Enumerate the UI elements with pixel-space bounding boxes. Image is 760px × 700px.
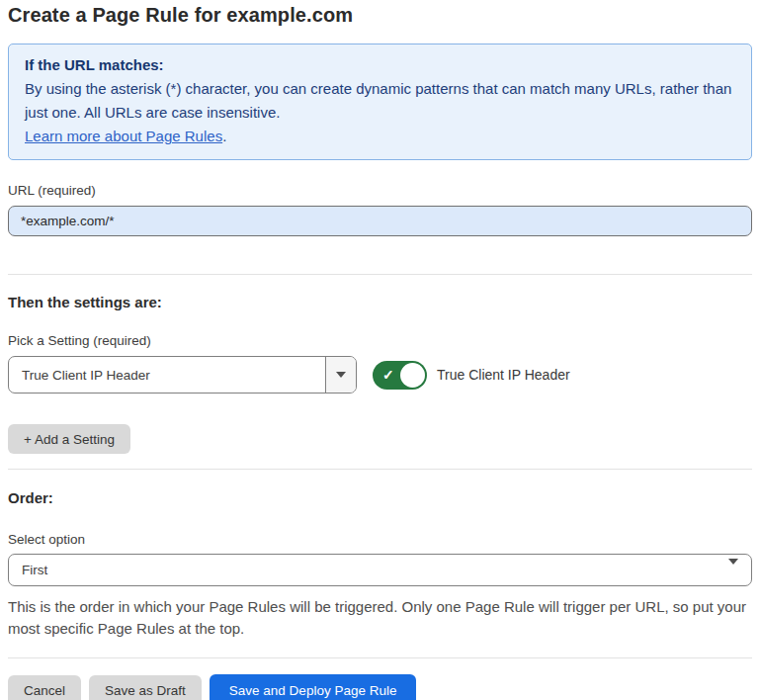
pick-setting-label: Pick a Setting (required) bbox=[8, 333, 752, 348]
save-deploy-button[interactable]: Save and Deploy Page Rule bbox=[210, 674, 417, 700]
cancel-button[interactable]: Cancel bbox=[8, 675, 81, 700]
learn-more-link[interactable]: Learn more about Page Rules bbox=[25, 128, 222, 144]
save-draft-button[interactable]: Save as Draft bbox=[89, 675, 202, 700]
add-setting-button[interactable]: + Add a Setting bbox=[8, 424, 130, 454]
toggle-knob bbox=[400, 363, 425, 388]
footer-actions: Cancel Save as Draft Save and Deploy Pag… bbox=[8, 674, 752, 700]
order-section-heading: Order: bbox=[8, 489, 752, 506]
divider-url-settings bbox=[8, 274, 752, 275]
page-title: Create a Page Rule for example.com bbox=[8, 4, 752, 27]
info-box-link-line: Learn more about Page Rules. bbox=[25, 125, 735, 148]
url-input[interactable] bbox=[8, 206, 752, 236]
url-match-info-box: If the URL matches: By using the asteris… bbox=[8, 44, 752, 160]
divider-settings-order bbox=[8, 469, 752, 470]
chevron-down-triangle bbox=[728, 559, 738, 579]
url-label: URL (required) bbox=[8, 183, 752, 198]
divider-footer bbox=[8, 657, 752, 658]
chevron-down-triangle bbox=[336, 372, 346, 378]
link-period: . bbox=[222, 128, 226, 144]
info-box-heading: If the URL matches: bbox=[25, 53, 735, 77]
check-icon: ✓ bbox=[382, 368, 394, 382]
setting-picker-row: True Client IP Header ✓ True Client IP H… bbox=[8, 356, 752, 394]
chevron-down-icon bbox=[728, 565, 738, 579]
order-select-value: First bbox=[9, 563, 751, 577]
setting-select[interactable]: True Client IP Header bbox=[8, 356, 357, 394]
chevron-down-icon[interactable] bbox=[325, 357, 356, 393]
info-box-body: By using the asterisk (*) character, you… bbox=[25, 77, 735, 125]
order-select[interactable]: First bbox=[8, 554, 752, 586]
order-help-text: This is the order in which your Page Rul… bbox=[8, 596, 752, 640]
toggle-label: True Client IP Header bbox=[437, 367, 570, 383]
settings-section-heading: Then the settings are: bbox=[8, 294, 752, 310]
order-select-label: Select option bbox=[8, 532, 752, 547]
setting-select-value: True Client IP Header bbox=[9, 368, 325, 383]
setting-toggle[interactable]: ✓ bbox=[373, 361, 427, 390]
